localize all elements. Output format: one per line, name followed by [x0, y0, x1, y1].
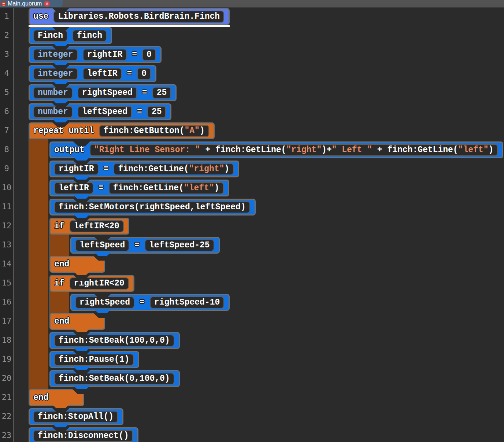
code-block-line-22[interactable]: finch:StopAll() [29, 408, 123, 425]
token-pill[interactable]: leftSpeed [78, 106, 132, 118]
code-block-line-19[interactable]: finch:Pause(1) [49, 351, 139, 368]
token-text: leftIR [59, 183, 89, 193]
block-keyword-label: end [33, 393, 48, 402]
token-text: ) [214, 183, 219, 193]
code-block-line-21[interactable]: end [29, 389, 84, 406]
token-text: integer [38, 50, 73, 59]
block-notch-shape [73, 389, 89, 394]
code-block-line-13[interactable]: leftSpeed=leftSpeed-25 [70, 237, 220, 254]
token-pill[interactable]: finch:GetLine("left") [109, 182, 224, 194]
token-text: "left" [184, 183, 214, 193]
block-keyword-label: repeat until [33, 126, 94, 136]
code-block-line-5[interactable]: numberrightSpeed=25 [29, 84, 177, 101]
token-text: number [38, 107, 68, 117]
token-pill[interactable]: 25 [147, 106, 166, 118]
equals-operator: = [137, 107, 142, 117]
token-pill[interactable]: finch:StopAll() [33, 411, 118, 423]
token-text: rightIR [59, 164, 94, 174]
code-block-line-20[interactable]: finch:SetBeak(0,100,0) [49, 370, 180, 387]
token-text: " Left " [332, 145, 372, 155]
token-pill[interactable]: 25 [152, 87, 171, 99]
token-text: rightSpeed-10 [154, 298, 220, 307]
token-text: number [38, 88, 68, 97]
code-block-line-6[interactable]: numberleftSpeed=25 [29, 103, 171, 120]
selection-underline [29, 25, 230, 27]
code-block-line-11[interactable]: finch:SetMotors(rightSpeed,leftSpeed) [49, 199, 256, 216]
code-block-line-9[interactable]: rightIR=finch:GetLine("right") [49, 161, 239, 177]
token-pill[interactable]: integer [33, 49, 78, 61]
code-block-line-14[interactable]: end [49, 256, 105, 273]
token-text: "left" [458, 145, 489, 155]
token-pill[interactable]: finch:SetBeak(0,100,0) [54, 373, 174, 385]
token-text: 25 [157, 88, 167, 97]
token-text: Finch [38, 31, 63, 40]
code-block-line-12[interactable]: ifleftIR<20 [49, 218, 129, 235]
token-pill[interactable]: rightSpeed [78, 87, 137, 99]
token-text: finch:SetBeak(100,0,0) [59, 336, 170, 345]
block-notch-shape [93, 256, 110, 261]
token-text: "Right Line Sensor: " [94, 145, 200, 155]
code-block-line-8[interactable]: output"Right Line Sensor: " + finch:GetL… [49, 141, 503, 158]
token-pill[interactable]: finch [73, 30, 107, 42]
code-block-line-10[interactable]: leftIR=finch:GetLine("left") [49, 180, 229, 196]
token-pill[interactable]: number [33, 106, 73, 118]
token-pill[interactable]: finch:GetLine("right") [114, 163, 234, 175]
token-pill[interactable]: rightIR [54, 163, 99, 175]
editor-canvas[interactable]: useLibraries.Robots.BirdBrain.FinchFinch… [0, 0, 504, 442]
code-block-line-17[interactable]: end [49, 313, 105, 330]
code-block-line-23[interactable]: finch:Disconnect() [29, 427, 138, 442]
code-block-line-7[interactable]: repeat untilfinch:GetButton("A") [29, 122, 215, 139]
token-pill[interactable]: "Right Line Sensor: " + finch:GetLine("r… [90, 144, 498, 156]
token-text: 0 [147, 50, 152, 59]
token-text: finch:Pause(1) [59, 355, 129, 364]
token-text: 0 [141, 69, 147, 78]
code-block-line-18[interactable]: finch:SetBeak(100,0,0) [49, 332, 180, 349]
tab-bar: Main.quorum ✕ [0, 0, 504, 8]
block-keyword-label: if [54, 279, 64, 288]
token-pill[interactable]: finch:SetBeak(100,0,0) [54, 335, 174, 347]
code-block-line-16[interactable]: rightSpeed=rightSpeed-10 [70, 294, 230, 311]
tab-close-button[interactable]: ✕ [44, 1, 50, 7]
equals-operator: = [140, 298, 145, 307]
token-pill[interactable]: 0 [142, 49, 156, 61]
token-text: finch:Disconnect() [38, 431, 129, 441]
token-pill[interactable]: leftIR [83, 68, 122, 80]
token-text: leftIR [87, 69, 118, 78]
token-text: leftSpeed [82, 107, 127, 117]
equals-operator: = [99, 183, 104, 193]
token-pill[interactable]: finch:GetButton("A") [99, 125, 209, 137]
token-text: + finch:GetLine( [372, 145, 458, 155]
token-pill[interactable]: number [33, 87, 73, 99]
code-block-line-2[interactable]: Finchfinch [29, 27, 112, 44]
token-text: finch:SetMotors(rightSpeed,leftSpeed) [59, 202, 246, 212]
token-text: finch:GetButton( [104, 126, 185, 136]
token-text: rightSpeed [79, 298, 130, 307]
block-keyword-label: end [54, 317, 69, 326]
code-block-line-15[interactable]: ifrightIR<20 [49, 275, 134, 292]
code-block-line-4[interactable]: integerleftIR=0 [29, 65, 156, 82]
block-keyword-label: use [33, 12, 48, 21]
quorum-file-icon [1, 1, 6, 6]
token-text: "right" [189, 164, 225, 174]
token-pill[interactable]: finch:Pause(1) [54, 354, 134, 366]
token-pill[interactable]: leftIR<20 [70, 220, 124, 232]
code-block-line-1[interactable]: useLibraries.Robots.BirdBrain.Finch [29, 8, 230, 25]
token-pill[interactable]: leftSpeed-25 [145, 239, 214, 251]
code-block-line-3[interactable]: integerrightIR=0 [29, 46, 162, 63]
token-text: rightIR<20 [74, 279, 125, 288]
token-pill[interactable]: rightIR [83, 49, 127, 61]
equals-operator: = [134, 240, 140, 250]
tab-title: Main.quorum [8, 0, 42, 7]
block-notch-shape [93, 313, 110, 318]
token-pill[interactable]: integer [33, 68, 78, 80]
token-pill[interactable]: rightSpeed-10 [150, 296, 224, 309]
token-text: finch:StopAll() [38, 412, 114, 421]
token-pill[interactable]: 0 [137, 68, 151, 80]
tab-main-quorum[interactable]: Main.quorum ✕ [0, 0, 63, 7]
token-pill[interactable]: leftIR [54, 182, 93, 194]
token-pill[interactable]: Libraries.Robots.BirdBrain.Finch [53, 11, 224, 23]
token-text: finch [77, 31, 102, 40]
token-text: ) [224, 164, 229, 174]
token-pill[interactable]: finch:Disconnect() [33, 430, 133, 442]
token-text: "right" [286, 145, 322, 155]
